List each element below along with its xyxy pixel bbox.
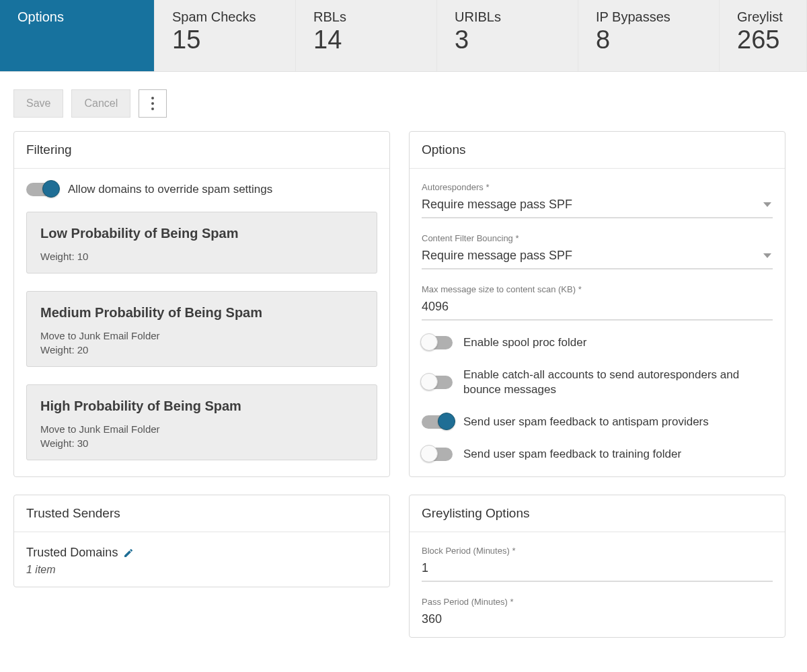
tab-count: 15 <box>172 26 278 54</box>
tab-label: URIBLs <box>455 9 560 25</box>
pass-period-input[interactable]: 360 <box>422 610 773 626</box>
toggle-label: Enable catch-all accounts to send autore… <box>463 368 773 397</box>
toggle-label: Send user spam feedback to antispam prov… <box>463 415 709 429</box>
field-value-text: Require message pass SPF <box>422 249 572 263</box>
tab-count: 14 <box>313 26 419 54</box>
feedback-providers-toggle[interactable] <box>422 415 453 429</box>
block-period-field: Block Period (Minutes) * 1 <box>422 546 773 582</box>
prob-title: Low Probability of Being Spam <box>40 226 363 241</box>
chevron-down-icon <box>763 202 771 207</box>
tab-greylist[interactable]: Greylist 265 <box>720 0 807 71</box>
max-msg-field: Max message size to content scan (KB) * … <box>422 284 773 321</box>
field-value-text: 1 <box>422 561 428 575</box>
prob-line: Move to Junk Email Folder <box>40 423 363 435</box>
tab-label: RBLs <box>313 9 419 25</box>
tab-ip-bypasses[interactable]: IP Bypasses 8 <box>578 0 720 71</box>
tab-rbls[interactable]: RBLs 14 <box>296 0 437 71</box>
pencil-icon[interactable] <box>123 548 134 558</box>
prob-line: Weight: 10 <box>40 251 363 262</box>
pass-period-field: Pass Period (Minutes) * 360 <box>422 597 773 626</box>
toolbar: Save Cancel <box>0 72 807 127</box>
field-label: Max message size to content scan (KB) * <box>422 284 773 294</box>
right-column: Options Autoresponders * Require message… <box>409 131 785 638</box>
field-value-text: 360 <box>422 612 442 626</box>
allow-override-toggle[interactable] <box>26 183 57 196</box>
prob-medium[interactable]: Medium Probability of Being Spam Move to… <box>26 291 377 367</box>
card-title: Greylisting Options <box>410 495 785 532</box>
tabs: Options Spam Checks 15 RBLs 14 URIBLs 3 … <box>0 0 807 72</box>
tab-count: 8 <box>596 26 701 54</box>
max-msg-input[interactable]: 4096 <box>422 297 773 321</box>
prob-title: High Probability of Being Spam <box>40 398 363 414</box>
greylisting-card: Greylisting Options Block Period (Minute… <box>409 495 785 638</box>
field-value-text: Require message pass SPF <box>422 198 572 212</box>
filtering-card: Filtering Allow domains to override spam… <box>13 131 390 477</box>
autoresponders-select[interactable]: Require message pass SPF <box>422 195 773 218</box>
autoresponders-field: Autoresponders * Require message pass SP… <box>422 182 773 218</box>
options-card: Options Autoresponders * Require message… <box>409 131 785 477</box>
prob-title: Medium Probability of Being Spam <box>40 305 363 321</box>
trusted-senders-card: Trusted Senders Trusted Domains 1 item <box>13 495 390 587</box>
trusted-domains-count: 1 item <box>26 564 377 576</box>
field-label: Pass Period (Minutes) * <box>422 597 773 607</box>
tab-label: Spam Checks <box>172 9 278 25</box>
vertical-dots-icon <box>151 97 154 110</box>
field-label: Block Period (Minutes) * <box>422 546 773 556</box>
tab-label: Greylist <box>737 9 800 25</box>
tab-count: 265 <box>737 26 800 54</box>
enable-catchall-toggle[interactable] <box>422 376 453 389</box>
field-label: Autoresponders * <box>422 182 773 192</box>
field-value-text: 4096 <box>422 300 449 314</box>
feedback-training-row: Send user spam feedback to training fold… <box>422 447 773 462</box>
prob-line: Weight: 20 <box>40 344 363 355</box>
content-filter-field: Content Filter Bouncing * Require messag… <box>422 233 773 269</box>
enable-spool-row: Enable spool proc folder <box>422 335 773 350</box>
more-actions-button[interactable] <box>139 89 167 118</box>
trusted-domains-row: Trusted Domains <box>26 546 377 560</box>
tab-label: IP Bypasses <box>596 9 701 25</box>
tab-spam-checks[interactable]: Spam Checks 15 <box>155 0 296 71</box>
allow-override-row: Allow domains to override spam settings <box>26 182 377 197</box>
feedback-training-toggle[interactable] <box>422 448 453 461</box>
prob-low[interactable]: Low Probability of Being Spam Weight: 10 <box>26 212 377 274</box>
chevron-down-icon <box>763 253 771 258</box>
cancel-button[interactable]: Cancel <box>71 89 130 118</box>
left-column: Filtering Allow domains to override spam… <box>13 131 390 638</box>
prob-high[interactable]: High Probability of Being Spam Move to J… <box>26 384 377 460</box>
prob-line: Weight: 30 <box>40 437 363 449</box>
feedback-providers-row: Send user spam feedback to antispam prov… <box>422 415 773 429</box>
field-label: Content Filter Bouncing * <box>422 233 773 243</box>
toggle-label: Enable spool proc folder <box>463 335 586 350</box>
toggle-label: Send user spam feedback to training fold… <box>463 447 681 462</box>
enable-spool-toggle[interactable] <box>422 336 453 349</box>
tab-count: 3 <box>455 26 560 54</box>
prob-line: Move to Junk Email Folder <box>40 330 363 341</box>
enable-catchall-row: Enable catch-all accounts to send autore… <box>422 368 773 397</box>
trusted-domains-label: Trusted Domains <box>26 546 118 560</box>
content-filter-select[interactable]: Require message pass SPF <box>422 246 773 269</box>
card-title: Trusted Senders <box>14 495 389 532</box>
tab-options[interactable]: Options <box>0 0 155 71</box>
card-title: Options <box>410 132 785 169</box>
save-button[interactable]: Save <box>13 89 63 118</box>
options-toggles: Enable spool proc folder Enable catch-al… <box>422 335 773 462</box>
tab-label: Options <box>17 9 137 25</box>
content: Filtering Allow domains to override spam… <box>0 127 807 638</box>
card-title: Filtering <box>14 132 389 169</box>
toggle-label: Allow domains to override spam settings <box>68 182 272 197</box>
tab-uribls[interactable]: URIBLs 3 <box>437 0 578 71</box>
block-period-input[interactable]: 1 <box>422 558 773 582</box>
